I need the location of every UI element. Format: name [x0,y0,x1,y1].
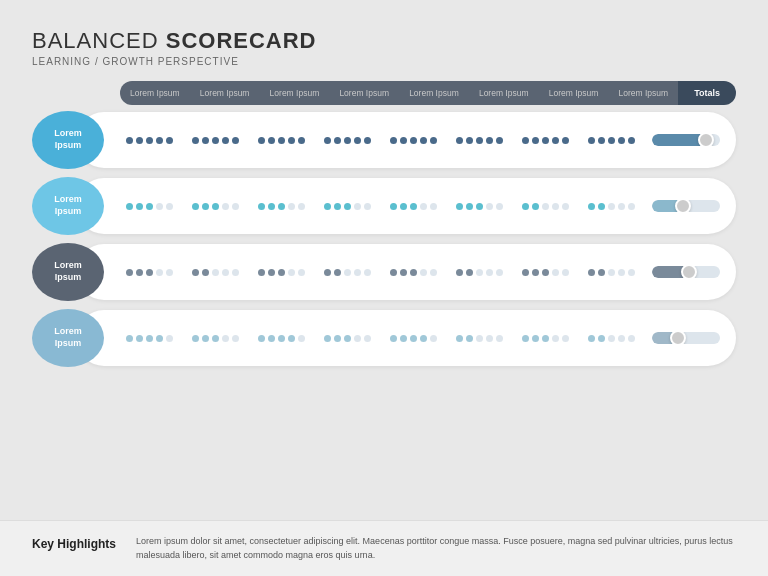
dots-1-5 [456,203,503,210]
dot-3-2-2 [278,335,285,342]
cell-2-5 [446,269,512,276]
dot-0-5-0 [456,137,463,144]
dot-1-1-4 [232,203,239,210]
cell-3-0 [116,335,182,342]
header-col-2: Lorem Ipsum [260,81,330,105]
data-row-0: Lorem Ipsum [32,111,736,169]
header-col-7: Lorem Ipsum [608,81,678,105]
dot-0-0-3 [156,137,163,144]
footer: Key Highlights Lorem ipsum dolor sit ame… [0,520,768,576]
dot-0-7-1 [598,137,605,144]
cell-2-2 [248,269,314,276]
dot-3-6-2 [542,335,549,342]
dot-1-6-2 [542,203,549,210]
dots-3-6 [522,335,569,342]
row-data-cells-2 [116,269,644,276]
dot-0-5-3 [486,137,493,144]
dot-0-2-1 [268,137,275,144]
cell-3-5 [446,335,512,342]
header-col-4: Lorem Ipsum [399,81,469,105]
dot-1-0-1 [136,203,143,210]
dot-0-7-2 [608,137,615,144]
dot-0-3-2 [344,137,351,144]
dot-1-6-4 [562,203,569,210]
dot-0-7-3 [618,137,625,144]
dot-1-3-4 [364,203,371,210]
dot-0-3-0 [324,137,331,144]
dot-2-5-0 [456,269,463,276]
row-data-wrap-0 [76,112,736,168]
dots-1-1 [192,203,239,210]
dot-3-0-4 [166,335,173,342]
header-row: Lorem Ipsum Lorem Ipsum Lorem Ipsum Lore… [120,81,736,105]
dot-1-5-0 [456,203,463,210]
dot-2-0-1 [136,269,143,276]
subtitle: LEARNING / GROWTH PERSPECTIVE [32,56,736,67]
dot-3-1-0 [192,335,199,342]
dot-2-1-0 [192,269,199,276]
dot-2-2-0 [258,269,265,276]
dots-0-7 [588,137,635,144]
dot-2-4-0 [390,269,397,276]
dot-0-4-3 [420,137,427,144]
row-data-wrap-3 [76,310,736,366]
dot-1-1-0 [192,203,199,210]
dot-1-2-3 [288,203,295,210]
dot-2-0-2 [146,269,153,276]
row-label-0: Lorem Ipsum [32,111,104,169]
dot-2-1-2 [212,269,219,276]
dot-2-0-4 [166,269,173,276]
dot-0-2-2 [278,137,285,144]
dot-0-5-4 [496,137,503,144]
dot-1-1-3 [222,203,229,210]
cell-2-1 [182,269,248,276]
cell-0-7 [578,137,644,144]
dot-1-7-4 [628,203,635,210]
header-col-5: Lorem Ipsum [469,81,539,105]
cell-2-4 [380,269,446,276]
dot-2-4-1 [400,269,407,276]
dot-2-6-0 [522,269,529,276]
dot-2-7-0 [588,269,595,276]
row-data-cells-0 [116,137,644,144]
dot-0-0-1 [136,137,143,144]
dot-2-2-4 [298,269,305,276]
cell-1-3 [314,203,380,210]
dots-0-4 [390,137,437,144]
header-col-3: Lorem Ipsum [329,81,399,105]
dots-2-0 [126,269,173,276]
cell-3-7 [578,335,644,342]
cell-0-5 [446,137,512,144]
dot-3-4-2 [410,335,417,342]
progress-knob-2 [681,266,697,278]
dot-2-6-4 [562,269,569,276]
dot-1-0-3 [156,203,163,210]
dot-1-2-0 [258,203,265,210]
dot-2-1-3 [222,269,229,276]
dot-2-3-3 [354,269,361,276]
cell-1-1 [182,203,248,210]
cell-1-2 [248,203,314,210]
dot-2-6-1 [532,269,539,276]
dots-0-3 [324,137,371,144]
dot-3-2-3 [288,335,295,342]
dot-3-3-4 [364,335,371,342]
dot-2-7-2 [608,269,615,276]
title-bold: SCORECARD [166,28,317,53]
cell-0-1 [182,137,248,144]
title-prefix: BALANCED [32,28,166,53]
dot-2-2-3 [288,269,295,276]
dot-1-4-0 [390,203,397,210]
dot-3-4-3 [420,335,427,342]
dot-2-3-4 [364,269,371,276]
header-col-0: Lorem Ipsum [120,81,190,105]
dot-3-7-2 [608,335,615,342]
dot-3-3-2 [344,335,351,342]
dot-1-5-1 [466,203,473,210]
dots-1-4 [390,203,437,210]
dot-0-0-0 [126,137,133,144]
dot-0-6-1 [532,137,539,144]
dot-3-2-0 [258,335,265,342]
dot-0-6-3 [552,137,559,144]
dot-1-0-0 [126,203,133,210]
